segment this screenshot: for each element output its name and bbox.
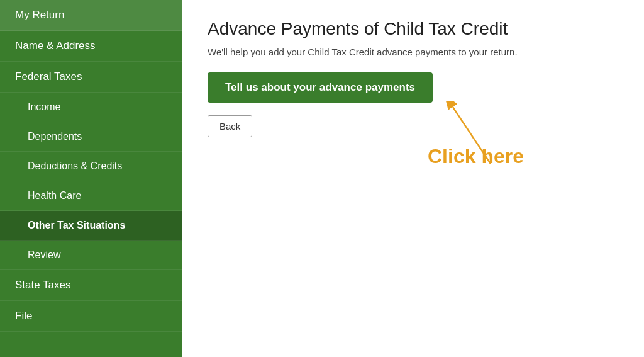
main-content: Advance Payments of Child Tax Credit We'…: [182, 0, 644, 357]
sidebar-item-label: Deductions & Credits: [28, 161, 122, 172]
sidebar: My Return Name & Address Federal Taxes I…: [0, 0, 182, 357]
sidebar-item-label: Income: [28, 101, 60, 113]
sidebar-item-state-taxes[interactable]: State Taxes: [0, 270, 182, 301]
sidebar-item-label: State Taxes: [15, 279, 71, 292]
sidebar-item-health-care[interactable]: Health Care: [0, 181, 182, 211]
sidebar-item-income[interactable]: Income: [0, 93, 182, 122]
click-here-label: Click here: [428, 145, 524, 168]
sidebar-item-review[interactable]: Review: [0, 241, 182, 270]
back-button[interactable]: Back: [208, 115, 252, 137]
sidebar-item-other-tax-situations[interactable]: Other Tax Situations: [0, 211, 182, 241]
sidebar-item-label: File: [15, 310, 32, 322]
sidebar-item-label: My Return: [15, 9, 64, 21]
sidebar-item-label: Name & Address: [15, 40, 96, 52]
sidebar-item-label: Other Tax Situations: [28, 220, 125, 231]
sidebar-item-label: Health Care: [28, 190, 81, 201]
sidebar-item-federal-taxes[interactable]: Federal Taxes: [0, 62, 182, 93]
sidebar-item-name-address[interactable]: Name & Address: [0, 31, 182, 62]
sidebar-item-my-return[interactable]: My Return: [0, 0, 182, 31]
page-subtitle: We'll help you add your Child Tax Credit…: [208, 47, 619, 57]
sidebar-item-deductions-credits[interactable]: Deductions & Credits: [0, 152, 182, 181]
sidebar-item-dependents[interactable]: Dependents: [0, 122, 182, 152]
page-title: Advance Payments of Child Tax Credit: [208, 19, 619, 39]
sidebar-item-label: Review: [28, 249, 60, 261]
sidebar-item-file[interactable]: File: [0, 301, 182, 332]
sidebar-item-label: Dependents: [28, 131, 82, 142]
advance-payments-button[interactable]: Tell us about your advance payments: [208, 72, 433, 103]
sidebar-item-label: Federal Taxes: [15, 71, 82, 83]
